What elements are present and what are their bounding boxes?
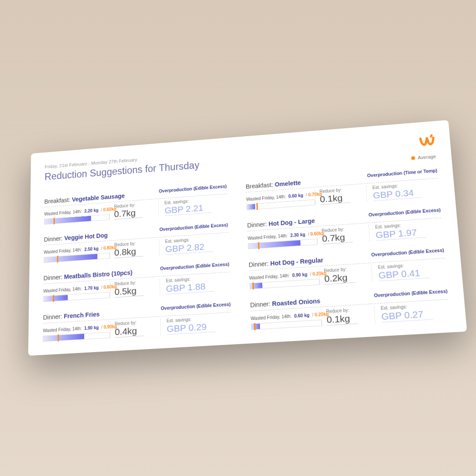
savings-value: GBP 0.27 [381, 308, 433, 322]
wasted-line: Wasted Friday, 14th: 0.60 kg / 0.20kg [251, 312, 322, 321]
dashboard-screen: Friday, 21st February - Monday 27th Febr… [28, 120, 467, 356]
cards-grid: Overproduction (Edible Excess) Breakfast… [43, 169, 450, 342]
dish-label: Veggie Hot Dog [64, 232, 108, 242]
wasted-line: Wasted Friday, 14th: 1.90 kg / 0.90kg [43, 324, 110, 333]
reduce-value: 0.8kg [114, 246, 143, 258]
legend-swatch-icon [411, 156, 415, 160]
meal-label: Dinner: [247, 221, 267, 229]
suggestion-card: Overproduction (Edible Excess) Dinner: F… [43, 303, 231, 342]
meal-label: Dinner: [249, 260, 269, 268]
waste-bar [43, 292, 110, 302]
brand-logo-icon [419, 134, 435, 147]
reduce-value: 0.7kg [114, 207, 143, 219]
suggestion-card: Overproduction (Time or Temp) Breakfast:… [245, 169, 439, 210]
waste-bar [44, 214, 109, 225]
average-tick-icon [57, 256, 58, 262]
meal-label: Dinner: [44, 274, 63, 282]
waste-bar [251, 320, 322, 330]
reduce-value: 0.5kg [115, 285, 144, 298]
meal-label: Breakfast: [44, 197, 70, 205]
suggestion-card: Overproduction (Edible Excess) Dinner: H… [247, 208, 443, 249]
legend-label: Average [417, 154, 436, 160]
dish-label: Roasted Onions [272, 298, 320, 308]
legend: Average [411, 154, 436, 161]
average-tick-icon [53, 295, 54, 302]
reduce-value: 0.4kg [115, 325, 144, 338]
meal-label: Dinner: [44, 235, 63, 243]
suggestion-card: Overproduction (Edible Excess) Breakfast… [44, 185, 227, 224]
savings-value: GBP 0.29 [167, 321, 215, 335]
meal-label: Dinner: [250, 300, 270, 309]
suggestion-card: Overproduction (Edible Excess) Dinner: R… [250, 290, 450, 330]
waste-bar [249, 279, 320, 289]
average-tick-icon [258, 242, 260, 249]
meal-label: Dinner: [43, 313, 63, 321]
reduce-value: 0.7kg [322, 231, 353, 244]
waste-bar [248, 238, 317, 249]
average-tick-icon [53, 218, 55, 224]
suggestion-card: Overproduction (Edible Excess) Dinner: M… [43, 263, 230, 302]
dish-label: French Fries [64, 311, 100, 320]
meal-label: Breakfast: [245, 181, 273, 190]
suggestion-card: Overproduction (Edible Excess) Dinner: H… [249, 249, 446, 289]
reduce-value: 0.1kg [320, 192, 350, 205]
reduce-value: 0.1kg [326, 312, 358, 326]
dish-label: Omelette [275, 179, 301, 188]
waste-bar [44, 253, 110, 263]
dish-label: Vegetable Sausage [72, 193, 125, 203]
average-tick-icon [254, 323, 256, 330]
average-tick-icon [256, 203, 258, 210]
average-tick-icon [253, 283, 254, 290]
dish-label: Meatballs Bistro (10pcs) [64, 269, 132, 280]
average-tick-icon [58, 335, 59, 342]
dish-label: Hot Dog - Regular [270, 257, 324, 267]
reduce-value: 0.2kg [324, 271, 355, 284]
waste-bar [43, 332, 110, 342]
dish-label: Hot Dog - Large [268, 217, 315, 227]
suggestion-card: Overproduction (Edible Excess) Dinner: V… [44, 223, 229, 263]
